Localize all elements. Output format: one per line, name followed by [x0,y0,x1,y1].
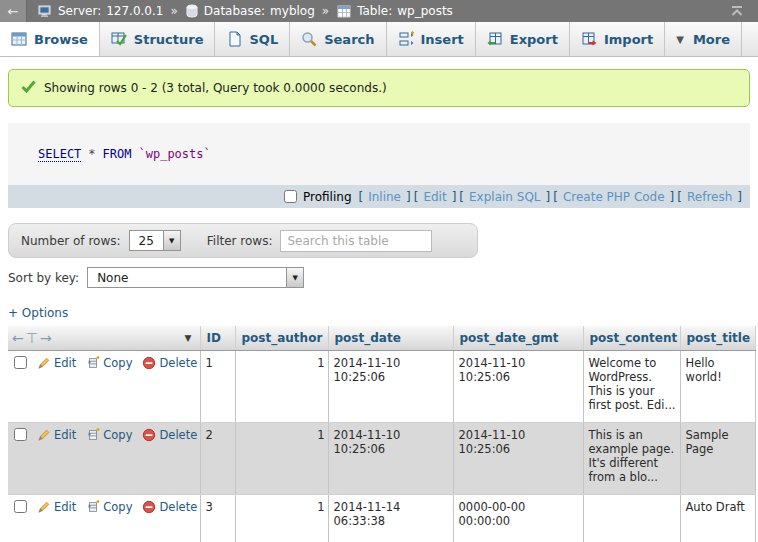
table-header-row: ←⊤→ ▼ ID post_author post_date post_date… [8,326,755,350]
column-header-post-author[interactable]: post_author [235,326,328,350]
table-row: Edit Copy Delete 2 1 2014-11-10 10:25:06… [8,422,755,494]
tab-import[interactable]: Import [570,22,665,56]
table-icon [337,5,351,18]
sql-keyword-from: FROM [103,147,132,161]
cell-post-date-gmt: 0000-00-00 00:00:00 [453,494,583,542]
import-icon [581,31,597,47]
success-text: Showing rows 0 - 2 (3 total, Query took … [44,81,387,95]
tab-structure[interactable]: Structure [100,22,216,56]
tab-label: Structure [134,32,204,47]
cell-post-author: 1 [235,494,328,542]
refresh-link[interactable]: Refresh [687,190,732,204]
edit-row-link[interactable]: Edit [37,356,76,370]
cell-post-content: Welcome to WordPress. This is your first… [583,350,680,422]
sql-star: * [88,147,95,161]
inline-link[interactable]: Inline [368,190,401,204]
column-header-post-date-gmt[interactable]: post_date_gmt [453,326,583,350]
structure-icon [111,31,127,47]
copy-row-link[interactable]: Copy [86,428,132,442]
copy-row-link[interactable]: Copy [86,356,132,370]
cell-id: 1 [200,350,235,422]
results-table: ←⊤→ ▼ ID post_author post_date post_date… [8,326,756,542]
tab-bar: Browse Structure SQL Search Insert Expor… [0,22,758,57]
row-checkbox[interactable] [14,428,27,441]
browse-icon [11,31,27,47]
cell-post-date: 2014-11-10 10:25:06 [328,422,453,494]
dropdown-arrow-icon: ▼ [286,268,303,287]
transpose-icon[interactable]: ←⊤→ [12,330,54,346]
options-toggle-link[interactable]: + Options [8,306,68,320]
profiling-checkbox[interactable] [284,190,297,203]
number-of-rows-select[interactable]: 25 ▼ [129,230,181,251]
tab-sql[interactable]: SQL [215,22,290,56]
tab-label: Import [604,32,653,47]
sql-query-box: SELECT * FROM `wp_posts` [8,123,750,185]
table-row: Edit Copy Delete 1 1 2014-11-10 10:25:06… [8,350,755,422]
cell-post-date-gmt: 2014-11-10 10:25:06 [453,422,583,494]
table-link[interactable]: wp_posts [397,4,453,18]
explain-sql-link[interactable]: Explain SQL [469,190,541,204]
tab-label: Export [510,32,558,47]
breadcrumb-separator: » [170,4,177,18]
column-header-post-content[interactable]: post_content [583,326,680,350]
edit-row-link[interactable]: Edit [37,500,76,514]
tab-label: More [693,32,730,47]
delete-row-link[interactable]: Delete [142,356,197,370]
database-icon [186,4,198,18]
column-header-id[interactable]: ID [200,326,235,350]
tab-browse[interactable]: Browse [0,22,100,56]
tab-more[interactable]: ▼ More [665,22,742,56]
sort-by-key-select[interactable]: None ▼ [87,267,304,288]
tab-export[interactable]: Export [476,22,570,56]
collapse-panel-icon[interactable] [730,6,744,17]
sort-control-row: Sort by key: None ▼ [8,267,758,288]
delete-icon [142,428,156,442]
profiling-label: Profiling [303,190,352,204]
edit-row-link[interactable]: Edit [37,428,76,442]
sql-identifier: `wp_posts` [139,147,211,161]
row-checkbox[interactable] [14,356,27,369]
edit-query-link[interactable]: Edit [423,190,446,204]
filter-rows-input[interactable] [280,230,432,252]
server-link[interactable]: 127.0.0.1 [106,4,163,18]
server-label: Server: [58,4,101,18]
insert-icon [398,31,414,47]
search-icon [301,31,317,47]
cell-post-author: 1 [235,422,328,494]
chevron-down-icon: ▼ [676,34,684,45]
row-checkbox[interactable] [14,500,27,513]
database-link[interactable]: myblog [270,4,315,18]
column-header-post-title[interactable]: post_title [680,326,755,350]
check-icon [21,80,36,96]
query-section: SELECT * FROM `wp_posts` Profiling [ Inl… [8,123,750,208]
sort-options-icon[interactable]: ▼ [185,333,192,343]
cell-id: 2 [200,422,235,494]
copy-icon [86,428,100,442]
delete-icon [142,356,156,370]
tab-search[interactable]: Search [290,22,386,56]
breadcrumb: Server: 127.0.0.1 » Database: myblog » T… [37,4,453,18]
copy-icon [86,356,100,370]
tab-insert[interactable]: Insert [387,22,476,56]
delete-row-link[interactable]: Delete [142,500,197,514]
sql-icon [226,31,242,47]
tab-label: Browse [34,32,88,47]
topbar: ← Server: 127.0.0.1 » Database: myblog »… [0,0,758,22]
cell-post-content [583,494,680,542]
tab-label: SQL [249,32,278,47]
success-message: Showing rows 0 - 2 (3 total, Query took … [8,69,750,107]
back-button[interactable]: ← [0,0,27,22]
column-header-post-date[interactable]: post_date [328,326,453,350]
rows-control-bar: Number of rows: 25 ▼ Filter rows: [8,223,478,258]
delete-row-link[interactable]: Delete [142,428,197,442]
pencil-icon [37,428,51,442]
server-icon [38,4,52,18]
cell-post-date: 2014-11-10 10:25:06 [328,350,453,422]
table-label: Table: [357,4,392,18]
table-row: Edit Copy Delete 3 1 2014-11-14 06:33:38… [8,494,755,542]
cell-id: 3 [200,494,235,542]
create-php-code-link[interactable]: Create PHP Code [563,190,665,204]
pencil-icon [37,356,51,370]
copy-row-link[interactable]: Copy [86,500,132,514]
sql-keyword-select[interactable]: SELECT [38,147,81,162]
